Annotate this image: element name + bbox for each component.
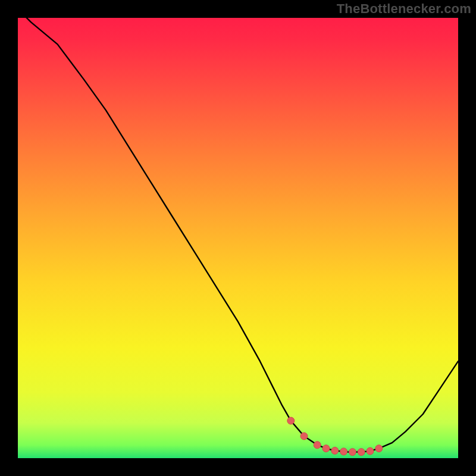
optimal-range-marker [340,448,347,455]
optimal-range-marker [314,441,321,449]
optimal-range-marker [349,449,356,456]
optimal-range-marker [375,445,383,452]
optimal-range-marker [358,449,365,456]
watermark-text: TheBottlenecker.com [337,1,471,17]
optimal-range-marker [287,417,295,424]
chart-frame: TheBottlenecker.com [0,0,476,476]
optimal-range-marker [300,433,308,440]
bottleneck-curve-chart [18,18,458,458]
gradient-background [18,18,458,458]
plot-area [18,18,458,458]
optimal-range-marker [322,445,330,452]
optimal-range-marker [367,447,374,455]
optimal-range-marker [331,447,339,454]
